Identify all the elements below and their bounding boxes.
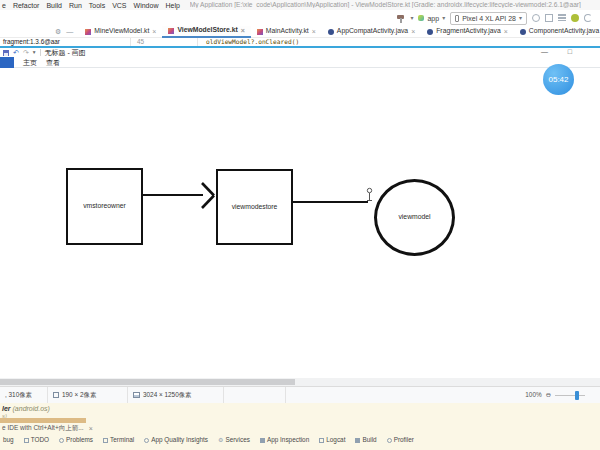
image-icon: [133, 392, 140, 398]
save-icon[interactable]: [3, 50, 9, 56]
maximize-button[interactable]: □: [568, 48, 572, 55]
gear-icon[interactable]: ⚙: [55, 28, 61, 35]
kotlin-file-icon: [168, 28, 174, 34]
selection-icon: [53, 392, 59, 398]
close-icon[interactable]: ×: [152, 28, 156, 35]
redo-icon[interactable]: ↷: [23, 49, 29, 56]
toolwindow-label: Services: [225, 437, 250, 443]
run-icon[interactable]: [545, 14, 553, 22]
toolwindow-label: Profiler: [394, 437, 414, 443]
toolwindow-label: bug: [3, 437, 14, 443]
tab-appcompatactivity[interactable]: AppCompatActivity.java ×: [322, 26, 421, 38]
ide-menu-bar: e Refactor Build Run Tools VCS Window He…: [0, 0, 600, 10]
terminal-icon: [103, 438, 108, 443]
status-empty-cell: [224, 387, 286, 403]
node-label: viewmodel: [398, 214, 430, 221]
selection-size-value: 190 × 2像素: [62, 392, 96, 398]
search-icon[interactable]: [584, 14, 592, 22]
menu-item-vcs[interactable]: VCS: [112, 2, 126, 9]
ide-bottom-region: ler (android.os) s) e IDE with Ctrl+Alt+…: [0, 403, 600, 450]
diagram-node-vmstoreowner[interactable]: vmstoreowner: [66, 168, 143, 245]
toolwindow-todo[interactable]: TODO: [24, 437, 49, 443]
paint-ribbon: 主页 查看: [0, 57, 600, 68]
toolwindow-label: Logcat: [326, 437, 345, 443]
menu-item-tools[interactable]: Tools: [89, 2, 105, 9]
zoom-level: 100%: [525, 392, 541, 398]
close-icon[interactable]: ×: [241, 27, 245, 34]
editor-tab-strip: ⚙ — MineViewModel.kt × ViewModelStore.kt…: [0, 26, 600, 38]
close-icon[interactable]: ×: [411, 28, 415, 35]
inspection-icon: [260, 438, 265, 443]
diagram-node-viewmodestore[interactable]: viewmodestore: [216, 169, 293, 245]
menu-item-window[interactable]: Window: [134, 2, 159, 9]
close-icon[interactable]: ×: [504, 28, 508, 35]
diagram-arrow-line: [143, 194, 203, 196]
selection-size-cell: 190 × 2像素: [48, 387, 128, 403]
chevron-down-icon: ▾: [442, 15, 445, 21]
java-file-icon: [520, 29, 526, 35]
doc-popup-package: (android.os): [13, 405, 50, 412]
undo-icon[interactable]: ↶: [13, 49, 19, 56]
toolwindow-label: App Inspection: [267, 437, 309, 443]
toolwindow-build[interactable]: Build: [355, 437, 376, 443]
hide-panel-icon[interactable]: —: [66, 28, 73, 35]
build-hammer-icon[interactable]: [396, 14, 405, 23]
menu-item-refactor[interactable]: Refactor: [13, 2, 39, 9]
diagram-node-viewmodel[interactable]: viewmodel: [374, 179, 455, 256]
toolwindow-problems[interactable]: Problems: [59, 437, 93, 443]
menu-item-build[interactable]: Build: [46, 2, 62, 9]
cursor-position-cell: , 310像素: [0, 387, 48, 403]
toolwindow-app-inspection[interactable]: App Inspection: [260, 437, 309, 443]
tab-viewmodelstore[interactable]: ViewModelStore.kt ×: [162, 26, 250, 38]
tab-mainactivity[interactable]: MainActivity.kt ×: [251, 26, 322, 38]
chevron-down-icon[interactable]: ▾: [410, 15, 413, 21]
toolwindow-services[interactable]: ⚙ Services: [218, 437, 250, 443]
scrollbar-thumb[interactable]: [0, 379, 295, 385]
tip-notification: e IDE with Ctrl+Alt+向上箭... ×: [2, 425, 93, 432]
device-selector[interactable]: Pixel 4 XL API 28 ▾: [450, 12, 527, 25]
quick-access-dropdown-icon[interactable]: ▾: [33, 50, 36, 56]
todo-icon: [24, 438, 29, 443]
minimize-button[interactable]: —: [541, 48, 548, 55]
avd-manager-icon[interactable]: [571, 14, 579, 22]
toolwindow-debug[interactable]: bug: [3, 437, 14, 443]
kotlin-file-icon: [85, 29, 91, 35]
tab-mineviewmodel[interactable]: MineViewModel.kt ×: [79, 26, 162, 38]
toolwindow-label: App Quality Insights: [151, 437, 208, 443]
paint-canvas[interactable]: vmstoreowner viewmodestore viewmodel: [0, 68, 600, 378]
tab-label: MineViewModel.kt: [94, 28, 149, 35]
toolwindow-terminal[interactable]: Terminal: [103, 437, 134, 443]
line-endpoint-handle-icon[interactable]: [365, 187, 374, 203]
menu-item-truncated[interactable]: e: [2, 2, 6, 9]
tab-fragmentactivity[interactable]: FragmentActivity.java ×: [421, 26, 514, 38]
separator: [40, 49, 41, 56]
sdk-manager-icon[interactable]: [558, 14, 566, 22]
toolwindow-app-quality-insights[interactable]: App Quality Insights: [144, 437, 208, 443]
ribbon-tab-view[interactable]: 查看: [46, 59, 60, 66]
toolwindow-profiler[interactable]: Profiler: [387, 437, 414, 443]
tab-componentactivity[interactable]: ComponentActivity.java ×: [514, 26, 600, 38]
horizontal-scrollbar[interactable]: [0, 378, 600, 386]
close-icon[interactable]: ×: [89, 425, 93, 432]
zoom-slider[interactable]: [555, 395, 585, 396]
tab-label: ViewModelStore.kt: [177, 27, 237, 34]
code-line[interactable]: oldViewModel?.onCleared(): [206, 39, 299, 45]
tab-label: AppCompatActivity.java: [337, 28, 408, 35]
tab-label: MainActivity.kt: [266, 28, 309, 35]
app-module-icon: [418, 15, 424, 21]
menu-item-help[interactable]: Help: [165, 2, 179, 9]
recording-timer-bubble[interactable]: 05:42: [543, 64, 574, 95]
file-menu-button[interactable]: [0, 57, 14, 68]
run-config-selector[interactable]: app ▾: [418, 15, 445, 22]
close-icon[interactable]: ×: [312, 28, 316, 35]
ribbon-tab-home[interactable]: 主页: [23, 59, 37, 66]
zoom-out-icon[interactable]: ⊖: [546, 392, 551, 398]
image-size-cell: 3024 × 1250像素: [128, 387, 224, 403]
toolwindow-logcat[interactable]: Logcat: [319, 437, 345, 443]
sync-project-icon[interactable]: [532, 14, 540, 22]
doc-popup-header: ler (android.os): [2, 405, 50, 412]
project-tree-item[interactable]: fragment:1.3.6@aar: [3, 39, 60, 45]
zoom-slider-thumb[interactable]: [575, 391, 579, 400]
timer-value: 05:42: [548, 76, 568, 84]
menu-item-run[interactable]: Run: [69, 2, 82, 9]
